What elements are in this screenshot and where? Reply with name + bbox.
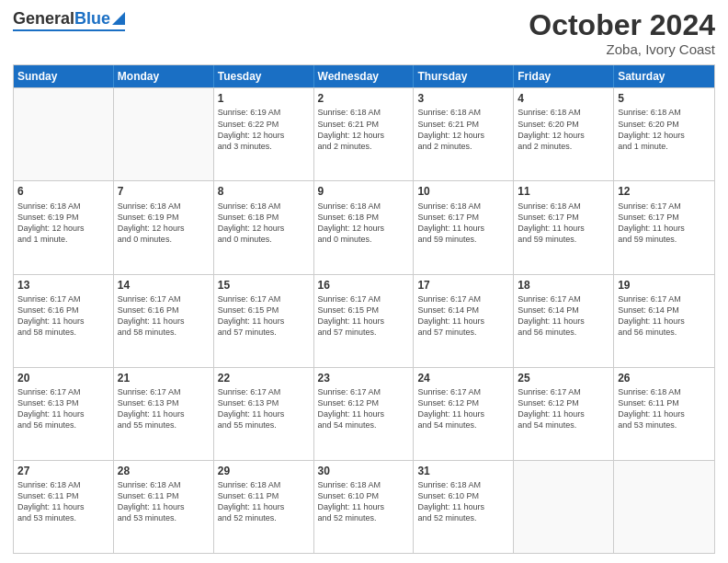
day-number-20: 20 <box>17 371 109 385</box>
location: Zoba, Ivory Coast <box>529 41 715 57</box>
svg-marker-0 <box>112 12 125 25</box>
cal-cell-0-6: 5Sunrise: 6:18 AM Sunset: 6:20 PM Daylig… <box>614 88 714 180</box>
day-number-8: 8 <box>218 184 310 199</box>
cell-text-4-1: Sunrise: 6:18 AM Sunset: 6:11 PM Dayligh… <box>118 479 210 524</box>
cal-cell-0-0 <box>14 88 114 180</box>
week-row-2: 13Sunrise: 6:17 AM Sunset: 6:16 PM Dayli… <box>14 274 714 367</box>
week-row-3: 20Sunrise: 6:17 AM Sunset: 6:13 PM Dayli… <box>14 367 714 460</box>
cal-cell-3-4: 24Sunrise: 6:17 AM Sunset: 6:12 PM Dayli… <box>414 368 514 460</box>
cal-cell-1-0: 6Sunrise: 6:18 AM Sunset: 6:19 PM Daylig… <box>14 181 114 273</box>
cell-text-2-6: Sunrise: 6:17 AM Sunset: 6:14 PM Dayligh… <box>618 293 711 339</box>
day-number-7: 7 <box>118 184 210 199</box>
cell-text-3-2: Sunrise: 6:17 AM Sunset: 6:13 PM Dayligh… <box>218 386 310 431</box>
day-number-9: 9 <box>318 184 410 199</box>
cal-cell-2-1: 14Sunrise: 6:17 AM Sunset: 6:16 PM Dayli… <box>114 275 214 367</box>
cell-text-0-5: Sunrise: 6:18 AM Sunset: 6:20 PM Dayligh… <box>518 107 609 152</box>
title-section: October 2024 Zoba, Ivory Coast <box>529 9 715 57</box>
day-number-2: 2 <box>318 91 410 106</box>
day-number-5: 5 <box>618 91 711 106</box>
cal-cell-0-2: 1Sunrise: 6:19 AM Sunset: 6:22 PM Daylig… <box>214 88 314 180</box>
logo: General Blue <box>13 9 125 31</box>
cal-cell-1-6: 12Sunrise: 6:17 AM Sunset: 6:17 PM Dayli… <box>614 181 714 273</box>
month-title: October 2024 <box>529 9 715 41</box>
day-number-21: 21 <box>118 371 210 385</box>
cell-text-1-4: Sunrise: 6:18 AM Sunset: 6:17 PM Dayligh… <box>417 201 509 246</box>
cal-cell-4-0: 27Sunrise: 6:18 AM Sunset: 6:11 PM Dayli… <box>14 461 114 553</box>
day-number-15: 15 <box>218 278 310 293</box>
day-number-19: 19 <box>618 278 711 293</box>
cal-cell-2-0: 13Sunrise: 6:17 AM Sunset: 6:16 PM Dayli… <box>14 275 114 367</box>
cell-text-3-5: Sunrise: 6:17 AM Sunset: 6:12 PM Dayligh… <box>518 386 609 431</box>
cal-cell-3-0: 20Sunrise: 6:17 AM Sunset: 6:13 PM Dayli… <box>14 368 114 460</box>
header-sunday: Sunday <box>14 65 114 87</box>
cal-cell-4-2: 29Sunrise: 6:18 AM Sunset: 6:11 PM Dayli… <box>214 461 314 553</box>
calendar: Sunday Monday Tuesday Wednesday Thursday… <box>13 64 715 554</box>
cal-cell-4-1: 28Sunrise: 6:18 AM Sunset: 6:11 PM Dayli… <box>114 461 214 553</box>
cell-text-0-4: Sunrise: 6:18 AM Sunset: 6:21 PM Dayligh… <box>417 107 509 152</box>
day-number-25: 25 <box>518 371 609 385</box>
day-number-1: 1 <box>218 91 310 106</box>
logo-underline <box>13 29 125 31</box>
cal-cell-4-3: 30Sunrise: 6:18 AM Sunset: 6:10 PM Dayli… <box>314 461 415 553</box>
logo-triangle-icon <box>112 12 125 25</box>
cal-cell-4-4: 31Sunrise: 6:18 AM Sunset: 6:10 PM Dayli… <box>414 461 514 553</box>
week-row-1: 6Sunrise: 6:18 AM Sunset: 6:19 PM Daylig… <box>14 180 714 273</box>
cell-text-3-4: Sunrise: 6:17 AM Sunset: 6:12 PM Dayligh… <box>417 386 509 431</box>
cell-text-1-2: Sunrise: 6:18 AM Sunset: 6:18 PM Dayligh… <box>218 201 310 246</box>
day-number-3: 3 <box>417 91 509 106</box>
day-number-18: 18 <box>518 278 609 293</box>
cell-text-2-1: Sunrise: 6:17 AM Sunset: 6:16 PM Dayligh… <box>118 293 210 339</box>
cell-text-3-0: Sunrise: 6:17 AM Sunset: 6:13 PM Dayligh… <box>17 386 109 431</box>
day-number-30: 30 <box>318 464 410 478</box>
week-row-4: 27Sunrise: 6:18 AM Sunset: 6:11 PM Dayli… <box>14 460 714 553</box>
day-number-27: 27 <box>17 464 109 478</box>
cal-cell-0-1 <box>114 88 214 180</box>
cell-text-4-4: Sunrise: 6:18 AM Sunset: 6:10 PM Dayligh… <box>417 479 509 524</box>
cell-text-1-1: Sunrise: 6:18 AM Sunset: 6:19 PM Dayligh… <box>118 201 210 246</box>
cal-cell-0-4: 3Sunrise: 6:18 AM Sunset: 6:21 PM Daylig… <box>414 88 514 180</box>
header-wednesday: Wednesday <box>314 65 415 87</box>
cell-text-0-2: Sunrise: 6:19 AM Sunset: 6:22 PM Dayligh… <box>218 107 310 152</box>
day-number-14: 14 <box>118 278 210 293</box>
day-number-4: 4 <box>518 91 609 106</box>
cell-text-4-2: Sunrise: 6:18 AM Sunset: 6:11 PM Dayligh… <box>218 479 310 524</box>
cell-text-1-6: Sunrise: 6:17 AM Sunset: 6:17 PM Dayligh… <box>618 201 711 246</box>
day-number-16: 16 <box>318 278 410 293</box>
cal-cell-2-3: 16Sunrise: 6:17 AM Sunset: 6:15 PM Dayli… <box>314 275 415 367</box>
header: General Blue October 2024 Zoba, Ivory Co… <box>13 9 715 57</box>
day-number-29: 29 <box>218 464 310 478</box>
day-number-31: 31 <box>417 464 509 478</box>
day-number-6: 6 <box>17 184 109 199</box>
calendar-body: 1Sunrise: 6:19 AM Sunset: 6:22 PM Daylig… <box>14 87 714 553</box>
calendar-header: Sunday Monday Tuesday Wednesday Thursday… <box>14 65 714 87</box>
cell-text-1-3: Sunrise: 6:18 AM Sunset: 6:18 PM Dayligh… <box>318 201 410 246</box>
cell-text-0-6: Sunrise: 6:18 AM Sunset: 6:20 PM Dayligh… <box>618 107 711 152</box>
header-tuesday: Tuesday <box>214 65 314 87</box>
cal-cell-3-1: 21Sunrise: 6:17 AM Sunset: 6:13 PM Dayli… <box>114 368 214 460</box>
day-number-17: 17 <box>417 278 509 293</box>
cal-cell-1-3: 9Sunrise: 6:18 AM Sunset: 6:18 PM Daylig… <box>314 181 415 273</box>
cal-cell-1-2: 8Sunrise: 6:18 AM Sunset: 6:18 PM Daylig… <box>214 181 314 273</box>
day-number-23: 23 <box>318 371 410 385</box>
week-row-0: 1Sunrise: 6:19 AM Sunset: 6:22 PM Daylig… <box>14 87 714 180</box>
day-number-11: 11 <box>518 184 609 199</box>
cell-text-1-5: Sunrise: 6:18 AM Sunset: 6:17 PM Dayligh… <box>518 201 609 246</box>
cal-cell-3-6: 26Sunrise: 6:18 AM Sunset: 6:11 PM Dayli… <box>614 368 714 460</box>
cal-cell-1-4: 10Sunrise: 6:18 AM Sunset: 6:17 PM Dayli… <box>414 181 514 273</box>
header-thursday: Thursday <box>414 65 514 87</box>
cal-cell-1-1: 7Sunrise: 6:18 AM Sunset: 6:19 PM Daylig… <box>114 181 214 273</box>
day-number-28: 28 <box>118 464 210 478</box>
cell-text-2-0: Sunrise: 6:17 AM Sunset: 6:16 PM Dayligh… <box>17 293 109 339</box>
day-number-26: 26 <box>618 371 711 385</box>
cal-cell-0-5: 4Sunrise: 6:18 AM Sunset: 6:20 PM Daylig… <box>514 88 614 180</box>
cell-text-4-0: Sunrise: 6:18 AM Sunset: 6:11 PM Dayligh… <box>17 479 109 524</box>
cal-cell-3-5: 25Sunrise: 6:17 AM Sunset: 6:12 PM Dayli… <box>514 368 614 460</box>
cal-cell-0-3: 2Sunrise: 6:18 AM Sunset: 6:21 PM Daylig… <box>314 88 415 180</box>
cell-text-0-3: Sunrise: 6:18 AM Sunset: 6:21 PM Dayligh… <box>318 107 410 152</box>
header-friday: Friday <box>514 65 614 87</box>
cal-cell-2-2: 15Sunrise: 6:17 AM Sunset: 6:15 PM Dayli… <box>214 275 314 367</box>
cell-text-2-5: Sunrise: 6:17 AM Sunset: 6:14 PM Dayligh… <box>518 293 609 339</box>
day-number-13: 13 <box>17 278 109 293</box>
cell-text-3-1: Sunrise: 6:17 AM Sunset: 6:13 PM Dayligh… <box>118 386 210 431</box>
cal-cell-4-5 <box>514 461 614 553</box>
